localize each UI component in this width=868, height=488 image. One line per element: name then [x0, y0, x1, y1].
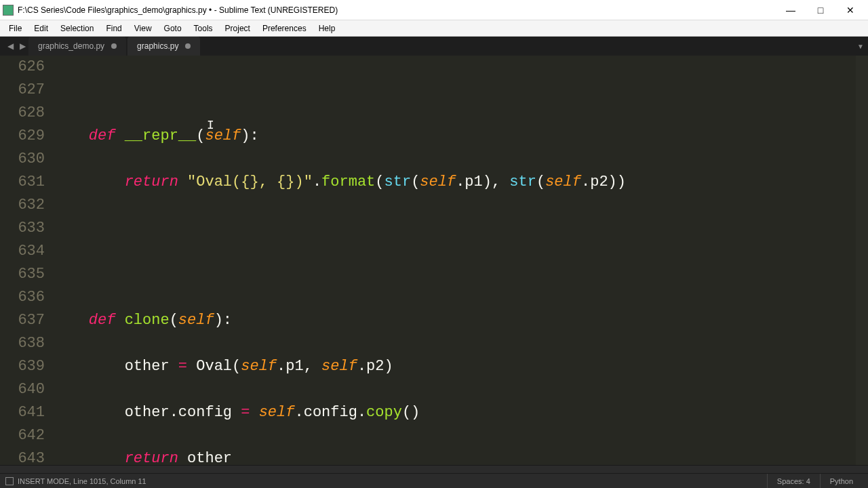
window-title: F:\CS Series\Code Files\graphics_demo\gr…	[18, 5, 776, 15]
minimize-button[interactable]: ―	[776, 1, 806, 20]
line-number: 637	[0, 309, 45, 332]
line-number: 636	[0, 286, 45, 309]
menu-selection[interactable]: Selection	[54, 22, 100, 35]
line-number: 642	[0, 424, 45, 447]
line-number: 629	[0, 125, 45, 148]
line-number: 643	[0, 447, 45, 465]
tab-label: graphics.py	[137, 41, 178, 51]
tab-history-back-icon[interactable]: ◀	[4, 37, 16, 56]
line-number: 640	[0, 378, 45, 401]
horizontal-scrollbar[interactable]	[0, 465, 868, 473]
line-number: 630	[0, 148, 45, 171]
status-icon[interactable]	[5, 477, 14, 485]
title-bar: F:\CS Series\Code Files\graphics_demo\gr…	[0, 0, 868, 20]
tab-dropdown-icon[interactable]: ▼	[853, 37, 868, 56]
status-spaces[interactable]: Spaces: 4	[767, 474, 820, 488]
dirty-dot-icon	[111, 43, 117, 49]
tab-graphics[interactable]: graphics.py	[127, 37, 200, 56]
menu-goto[interactable]: Goto	[158, 22, 188, 35]
close-button[interactable]: ✕	[835, 1, 865, 20]
menu-file[interactable]: File	[3, 22, 28, 35]
line-number: 641	[0, 401, 45, 424]
maximize-button[interactable]: □	[806, 1, 835, 20]
menu-view[interactable]: View	[128, 22, 158, 35]
code-editor[interactable]: 6266276286296306316326336346356366376386…	[0, 56, 868, 465]
line-number: 632	[0, 194, 45, 217]
line-number: 628	[0, 102, 45, 125]
menu-bar: File Edit Selection Find View Goto Tools…	[0, 20, 868, 37]
line-number: 627	[0, 79, 45, 102]
menu-edit[interactable]: Edit	[28, 22, 54, 35]
menu-preferences[interactable]: Preferences	[256, 22, 313, 35]
line-number: 633	[0, 217, 45, 240]
line-number: 626	[0, 56, 45, 79]
line-number: 635	[0, 263, 45, 286]
tab-history-forward-icon[interactable]: ▶	[16, 37, 28, 56]
app-icon	[3, 5, 14, 16]
line-gutter: 6266276286296306316326336346356366376386…	[0, 56, 53, 465]
text-cursor: I	[207, 114, 214, 137]
status-bar: INSERT MODE, Line 1015, Column 11 Spaces…	[0, 473, 868, 488]
tab-label: graphics_demo.py	[38, 41, 104, 51]
minimap[interactable]	[856, 56, 868, 465]
line-number: 634	[0, 240, 45, 263]
menu-help[interactable]: Help	[313, 22, 342, 35]
line-number: 639	[0, 355, 45, 378]
menu-find[interactable]: Find	[100, 22, 127, 35]
status-cursor: INSERT MODE, Line 1015, Column 11	[18, 477, 146, 485]
menu-tools[interactable]: Tools	[188, 22, 219, 35]
status-syntax[interactable]: Python	[820, 474, 863, 488]
line-number: 638	[0, 332, 45, 355]
tab-graphics-demo[interactable]: graphics_demo.py	[28, 37, 126, 56]
tab-bar: ◀ ▶ graphics_demo.py graphics.py ▼	[0, 37, 868, 56]
line-number: 631	[0, 171, 45, 194]
dirty-dot-icon	[185, 43, 191, 49]
menu-project[interactable]: Project	[219, 22, 256, 35]
code-area[interactable]: def __repr__(self): return "Oval({}, {})…	[53, 56, 868, 465]
